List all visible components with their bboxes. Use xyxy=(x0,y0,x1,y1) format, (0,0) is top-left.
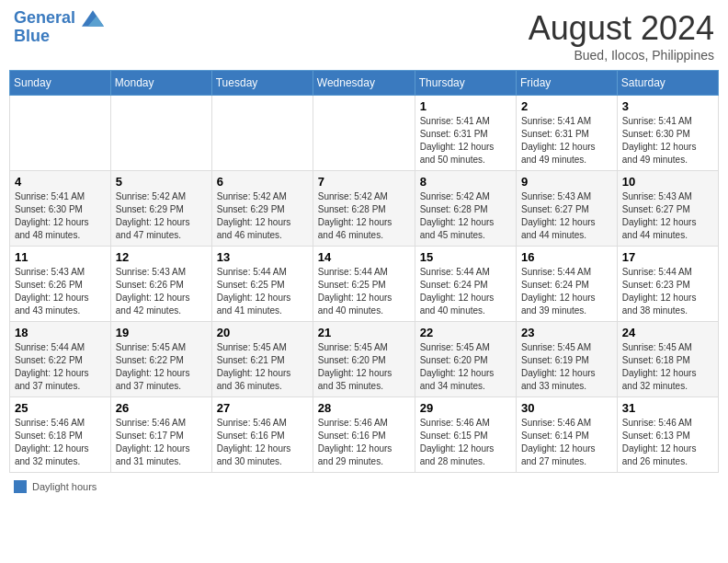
logo-text: General xyxy=(14,9,104,28)
calendar-cell: 26Sunrise: 5:46 AMSunset: 6:17 PMDayligh… xyxy=(110,397,211,473)
day-number: 6 xyxy=(217,175,308,189)
day-number: 27 xyxy=(217,401,308,415)
calendar-cell: 17Sunrise: 5:44 AMSunset: 6:23 PMDayligh… xyxy=(617,247,718,322)
day-info: Sunrise: 5:46 AMSunset: 6:16 PMDaylight:… xyxy=(217,417,308,468)
day-number: 8 xyxy=(420,175,511,189)
day-info: Sunrise: 5:46 AMSunset: 6:15 PMDaylight:… xyxy=(420,417,511,468)
logo-text-blue: Blue xyxy=(14,28,104,46)
calendar-cell: 24Sunrise: 5:45 AMSunset: 6:18 PMDayligh… xyxy=(617,322,718,397)
calendar-cell: 30Sunrise: 5:46 AMSunset: 6:14 PMDayligh… xyxy=(516,397,617,473)
day-info: Sunrise: 5:46 AMSunset: 6:17 PMDaylight:… xyxy=(116,417,207,468)
calendar-week-row: 18Sunrise: 5:44 AMSunset: 6:22 PMDayligh… xyxy=(10,322,719,397)
day-number: 7 xyxy=(318,175,410,189)
day-number: 31 xyxy=(622,401,713,415)
day-number: 19 xyxy=(116,326,207,339)
calendar-cell: 1Sunrise: 5:41 AMSunset: 6:31 PMDaylight… xyxy=(415,96,516,171)
day-info: Sunrise: 5:42 AMSunset: 6:28 PMDaylight:… xyxy=(420,190,511,242)
calendar-cell: 13Sunrise: 5:44 AMSunset: 6:25 PMDayligh… xyxy=(211,247,313,322)
calendar-cell xyxy=(211,96,313,171)
calendar-cell: 28Sunrise: 5:46 AMSunset: 6:16 PMDayligh… xyxy=(313,397,415,473)
day-info: Sunrise: 5:41 AMSunset: 6:30 PMDaylight:… xyxy=(15,190,106,242)
day-info: Sunrise: 5:45 AMSunset: 6:20 PMDaylight:… xyxy=(318,341,410,393)
calendar-cell: 6Sunrise: 5:42 AMSunset: 6:29 PMDaylight… xyxy=(211,171,313,247)
day-number: 10 xyxy=(622,175,713,189)
day-info: Sunrise: 5:43 AMSunset: 6:26 PMDaylight:… xyxy=(116,266,207,317)
day-number: 30 xyxy=(521,401,612,415)
day-info: Sunrise: 5:43 AMSunset: 6:27 PMDaylight:… xyxy=(622,190,713,242)
calendar-cell: 16Sunrise: 5:44 AMSunset: 6:24 PMDayligh… xyxy=(516,247,617,322)
calendar-cell: 7Sunrise: 5:42 AMSunset: 6:28 PMDaylight… xyxy=(313,171,415,247)
calendar-week-row: 1Sunrise: 5:41 AMSunset: 6:31 PMDaylight… xyxy=(10,96,719,171)
day-number: 29 xyxy=(420,401,511,415)
day-number: 4 xyxy=(15,175,106,189)
day-number: 12 xyxy=(116,250,207,264)
calendar-cell: 14Sunrise: 5:44 AMSunset: 6:25 PMDayligh… xyxy=(313,247,415,322)
day-number: 18 xyxy=(15,326,106,339)
day-info: Sunrise: 5:44 AMSunset: 6:25 PMDaylight:… xyxy=(318,266,410,317)
day-number: 9 xyxy=(521,175,612,189)
calendar-cell: 9Sunrise: 5:43 AMSunset: 6:27 PMDaylight… xyxy=(516,171,617,247)
calendar-cell: 27Sunrise: 5:46 AMSunset: 6:16 PMDayligh… xyxy=(211,397,313,473)
legend-label: Daylight hours xyxy=(32,481,97,492)
day-info: Sunrise: 5:41 AMSunset: 6:31 PMDaylight:… xyxy=(420,115,511,167)
day-number: 22 xyxy=(420,326,511,339)
calendar-cell: 3Sunrise: 5:41 AMSunset: 6:30 PMDaylight… xyxy=(617,96,718,171)
day-info: Sunrise: 5:43 AMSunset: 6:27 PMDaylight:… xyxy=(521,190,612,242)
day-number: 21 xyxy=(318,326,410,339)
day-info: Sunrise: 5:42 AMSunset: 6:29 PMDaylight:… xyxy=(116,190,207,242)
day-info: Sunrise: 5:42 AMSunset: 6:28 PMDaylight:… xyxy=(318,190,410,242)
calendar-week-row: 4Sunrise: 5:41 AMSunset: 6:30 PMDaylight… xyxy=(10,171,719,247)
calendar-cell: 29Sunrise: 5:46 AMSunset: 6:15 PMDayligh… xyxy=(415,397,516,473)
day-number: 2 xyxy=(521,99,612,113)
calendar-week-row: 25Sunrise: 5:46 AMSunset: 6:18 PMDayligh… xyxy=(10,397,719,473)
day-number: 11 xyxy=(15,250,106,264)
day-info: Sunrise: 5:46 AMSunset: 6:18 PMDaylight:… xyxy=(15,417,106,468)
calendar-table: SundayMondayTuesdayWednesdayThursdayFrid… xyxy=(9,70,719,473)
day-number: 14 xyxy=(318,250,410,264)
day-info: Sunrise: 5:41 AMSunset: 6:30 PMDaylight:… xyxy=(622,115,713,167)
day-number: 5 xyxy=(116,175,207,189)
day-number: 25 xyxy=(15,401,106,415)
day-number: 28 xyxy=(318,401,410,415)
calendar-header-row: SundayMondayTuesdayWednesdayThursdayFrid… xyxy=(10,71,719,96)
day-number: 13 xyxy=(217,250,308,264)
day-info: Sunrise: 5:42 AMSunset: 6:29 PMDaylight:… xyxy=(217,190,308,242)
day-info: Sunrise: 5:41 AMSunset: 6:31 PMDaylight:… xyxy=(521,115,612,167)
calendar-cell xyxy=(110,96,211,171)
month-title: August 2024 xyxy=(529,9,714,48)
day-number: 1 xyxy=(420,99,511,113)
day-number: 20 xyxy=(217,326,308,339)
day-info: Sunrise: 5:44 AMSunset: 6:22 PMDaylight:… xyxy=(15,341,106,393)
calendar-day-header: Wednesday xyxy=(313,71,415,96)
calendar-cell: 4Sunrise: 5:41 AMSunset: 6:30 PMDaylight… xyxy=(10,171,111,247)
calendar-day-header: Saturday xyxy=(617,71,718,96)
calendar-cell: 10Sunrise: 5:43 AMSunset: 6:27 PMDayligh… xyxy=(617,171,718,247)
calendar-cell: 23Sunrise: 5:45 AMSunset: 6:19 PMDayligh… xyxy=(516,322,617,397)
logo: General Blue xyxy=(14,9,104,46)
location: Bued, Ilocos, Philippines xyxy=(529,48,714,63)
day-info: Sunrise: 5:44 AMSunset: 6:24 PMDaylight:… xyxy=(521,266,612,317)
day-number: 26 xyxy=(116,401,207,415)
day-info: Sunrise: 5:44 AMSunset: 6:25 PMDaylight:… xyxy=(217,266,308,317)
calendar-cell: 5Sunrise: 5:42 AMSunset: 6:29 PMDaylight… xyxy=(110,171,211,247)
calendar-cell: 15Sunrise: 5:44 AMSunset: 6:24 PMDayligh… xyxy=(415,247,516,322)
calendar-day-header: Friday xyxy=(516,71,617,96)
calendar-cell: 31Sunrise: 5:46 AMSunset: 6:13 PMDayligh… xyxy=(617,397,718,473)
day-info: Sunrise: 5:45 AMSunset: 6:21 PMDaylight:… xyxy=(217,341,308,393)
day-number: 24 xyxy=(622,326,713,339)
calendar-cell: 21Sunrise: 5:45 AMSunset: 6:20 PMDayligh… xyxy=(313,322,415,397)
calendar-day-header: Tuesday xyxy=(211,71,313,96)
day-info: Sunrise: 5:44 AMSunset: 6:23 PMDaylight:… xyxy=(622,266,713,317)
calendar-footer: Daylight hours xyxy=(9,480,719,493)
day-number: 17 xyxy=(622,250,713,264)
calendar-cell: 25Sunrise: 5:46 AMSunset: 6:18 PMDayligh… xyxy=(10,397,111,473)
day-info: Sunrise: 5:45 AMSunset: 6:22 PMDaylight:… xyxy=(116,341,207,393)
day-info: Sunrise: 5:45 AMSunset: 6:19 PMDaylight:… xyxy=(521,341,612,393)
calendar-cell: 19Sunrise: 5:45 AMSunset: 6:22 PMDayligh… xyxy=(110,322,211,397)
day-number: 16 xyxy=(521,250,612,264)
calendar-cell: 2Sunrise: 5:41 AMSunset: 6:31 PMDaylight… xyxy=(516,96,617,171)
day-info: Sunrise: 5:45 AMSunset: 6:20 PMDaylight:… xyxy=(420,341,511,393)
day-number: 23 xyxy=(521,326,612,339)
day-info: Sunrise: 5:46 AMSunset: 6:14 PMDaylight:… xyxy=(521,417,612,468)
calendar-cell: 18Sunrise: 5:44 AMSunset: 6:22 PMDayligh… xyxy=(10,322,111,397)
